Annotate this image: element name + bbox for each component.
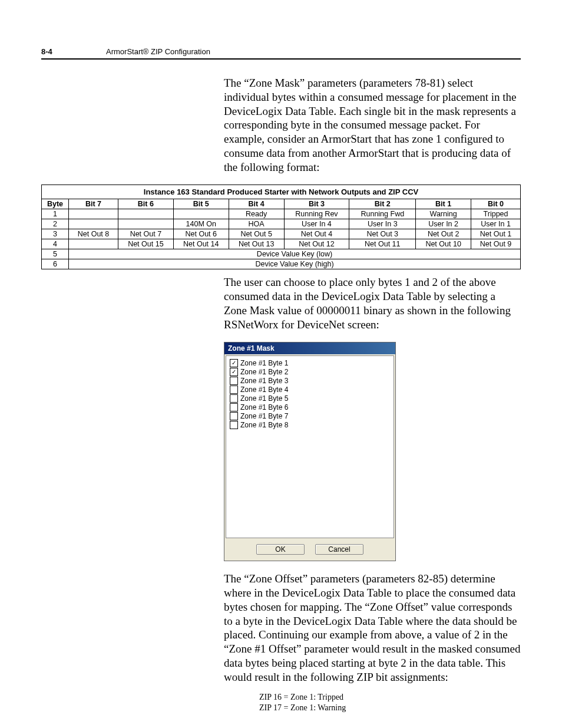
col-bit7: Bit 7: [69, 199, 118, 209]
checkbox-icon[interactable]: [230, 412, 238, 420]
section-title: ArmorStart® ZIP Configuration: [106, 47, 210, 56]
table-title: Instance 163 Standard Produced Starter w…: [42, 185, 521, 199]
zip-assignment: ZIP 17 = Zone 1: Warning: [259, 703, 521, 713]
col-bit5: Bit 5: [173, 199, 229, 209]
col-bit0: Bit 0: [471, 199, 521, 209]
checkbox-label: Zone #1 Byte 1: [240, 359, 288, 367]
checkbox-icon[interactable]: [230, 403, 238, 411]
zone-byte-checkbox[interactable]: Zone #1 Byte 4: [230, 386, 390, 394]
zone-byte-checkbox[interactable]: Zone #1 Byte 6: [230, 403, 390, 411]
checkbox-icon[interactable]: [230, 377, 238, 385]
checkbox-label: Zone #1 Byte 8: [240, 421, 288, 429]
zone-byte-checkbox[interactable]: Zone #1 Byte 8: [230, 421, 390, 429]
zone-byte-checkbox[interactable]: ✓Zone #1 Byte 2: [230, 368, 390, 376]
zone-mask-dialog: Zone #1 Mask ✓Zone #1 Byte 1✓Zone #1 Byt…: [224, 342, 396, 561]
ok-button[interactable]: OK: [256, 544, 305, 555]
table-row: 6 Device Value Key (high): [42, 259, 521, 269]
checkbox-label: Zone #1 Byte 3: [240, 377, 288, 385]
paragraph-2: The user can choose to place only bytes …: [224, 275, 521, 331]
checkbox-icon[interactable]: [230, 421, 238, 429]
dialog-title: Zone #1 Mask: [224, 342, 395, 354]
table-row: 2 140M On HOA User In 4 User In 3 User I…: [42, 219, 521, 229]
header-rule: [41, 58, 521, 60]
checkbox-label: Zone #1 Byte 5: [240, 394, 288, 403]
cancel-button[interactable]: Cancel: [315, 544, 363, 555]
checkbox-icon[interactable]: [230, 386, 238, 394]
checkbox-label: Zone #1 Byte 2: [240, 368, 288, 376]
zone-byte-checkbox[interactable]: Zone #1 Byte 7: [230, 412, 390, 420]
checkbox-label: Zone #1 Byte 6: [240, 403, 288, 411]
col-bit2: Bit 2: [349, 199, 416, 209]
checkbox-icon[interactable]: ✓: [230, 368, 238, 376]
zone-byte-checkbox[interactable]: Zone #1 Byte 3: [230, 377, 390, 385]
col-bit1: Bit 1: [416, 199, 471, 209]
table-row: 1 Ready Running Rev Running Fwd Warning …: [42, 209, 521, 219]
col-bit4: Bit 4: [229, 199, 284, 209]
col-byte: Byte: [42, 199, 69, 209]
table-row: 4 Net Out 15 Net Out 14 Net Out 13 Net O…: [42, 239, 521, 249]
page-number: 8-4: [41, 47, 106, 56]
checkbox-label: Zone #1 Byte 4: [240, 386, 288, 394]
bit-table: Instance 163 Standard Produced Starter w…: [41, 185, 521, 269]
paragraph-1: The “Zone Mask” parameters (parameters 7…: [224, 76, 521, 174]
col-bit6: Bit 6: [118, 199, 173, 209]
table-row: 5 Device Value Key (low): [42, 249, 521, 259]
zone-byte-checkbox[interactable]: ✓Zone #1 Byte 1: [230, 359, 390, 367]
dialog-body: ✓Zone #1 Byte 1✓Zone #1 Byte 2Zone #1 By…: [226, 355, 394, 538]
table-header-row: Byte Bit 7 Bit 6 Bit 5 Bit 4 Bit 3 Bit 2…: [42, 199, 521, 209]
zip-assignment: ZIP 16 = Zone 1: Tripped: [259, 692, 521, 703]
table-row: 3 Net Out 8 Net Out 7 Net Out 6 Net Out …: [42, 229, 521, 239]
checkbox-icon[interactable]: ✓: [230, 359, 238, 367]
checkbox-icon[interactable]: [230, 394, 238, 403]
zone-byte-checkbox[interactable]: Zone #1 Byte 5: [230, 394, 390, 403]
col-bit3: Bit 3: [284, 199, 349, 209]
paragraph-3: The “Zone Offset” parameters (parameters…: [224, 572, 521, 684]
checkbox-label: Zone #1 Byte 7: [240, 412, 288, 420]
